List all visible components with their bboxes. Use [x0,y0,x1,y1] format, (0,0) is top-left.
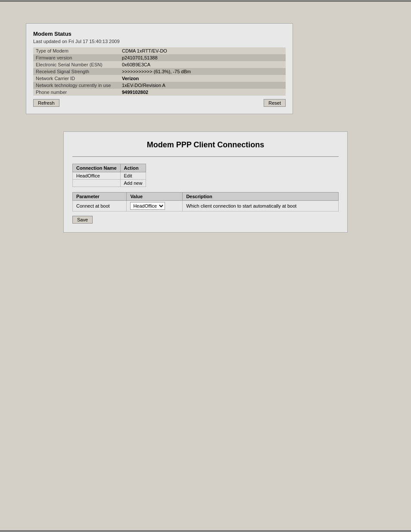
status-row-label-4: Network Carrier ID [33,75,119,82]
connection-action-0[interactable]: Edit [120,172,146,180]
col-action: Action [120,164,146,172]
connections-table: Connection Name Action HeadOfficeEditAdd… [72,164,146,187]
refresh-button[interactable]: Refresh [33,99,59,107]
status-row-value-1: p2410701,51388 [119,54,286,61]
modem-status-section: Modem Status Last updated on Fri Jul 17 … [26,23,293,114]
modem-status-title: Modem Status [33,31,286,37]
col-description: Description [183,193,339,201]
status-row-label-0: Type of Modem [33,47,119,54]
ppp-divider [72,156,339,157]
modem-status-table: Type of ModemCDMA 1xRTT/EV-DOFirmware ve… [33,47,286,96]
status-row-value-6: 9499102802 [119,89,286,96]
status-row-value-3: >>>>>>>>>>> (61.3%), -75 dBm [119,68,286,75]
param-description-0: Which client connection to start automat… [183,201,339,212]
save-button[interactable]: Save [72,216,93,224]
header-spacer [0,2,411,15]
status-row-label-2: Electronic Serial Number (ESN) [33,61,119,68]
col-parameter: Parameter [73,193,127,201]
col-value: Value [127,193,183,201]
status-row-value-2: 0x60B9E3CA [119,61,286,68]
reset-button[interactable]: Reset [264,99,286,107]
col-connection-name: Connection Name [73,164,121,172]
ppp-section: Modem PPP Client Connections Connection … [63,131,348,233]
params-table: Parameter Value Description Connect at b… [72,192,339,212]
ppp-title: Modem PPP Client Connections [72,140,339,149]
param-value-cell-0[interactable]: HeadOffice(none) [127,201,183,212]
param-value-select-0[interactable]: HeadOffice(none) [130,202,165,210]
save-row: Save [72,216,339,224]
status-row-value-4: Verizon [119,75,286,82]
modem-button-row: Refresh Reset [33,99,286,107]
bottom-bar [0,530,411,532]
status-row-value-0: CDMA 1xRTT/EV-DO [119,47,286,54]
param-label-0: Connect at boot [73,201,127,212]
status-row-label-1: Firmware version [33,54,119,61]
add-new-cell[interactable]: Add new [120,180,146,187]
status-row-value-5: 1xEV-DO/Revision A [119,82,286,89]
connection-name-0: HeadOffice [73,172,121,180]
status-row-label-5: Network technology currently in use [33,82,119,89]
page-content: Modem Status Last updated on Fri Jul 17 … [0,15,411,241]
last-updated-text: Last updated on Fri Jul 17 15:40:13 2009 [33,39,286,44]
status-row-label-6: Phone number [33,89,119,96]
add-new-empty [73,180,121,187]
status-row-label-3: Received Signal Strength [33,68,119,75]
